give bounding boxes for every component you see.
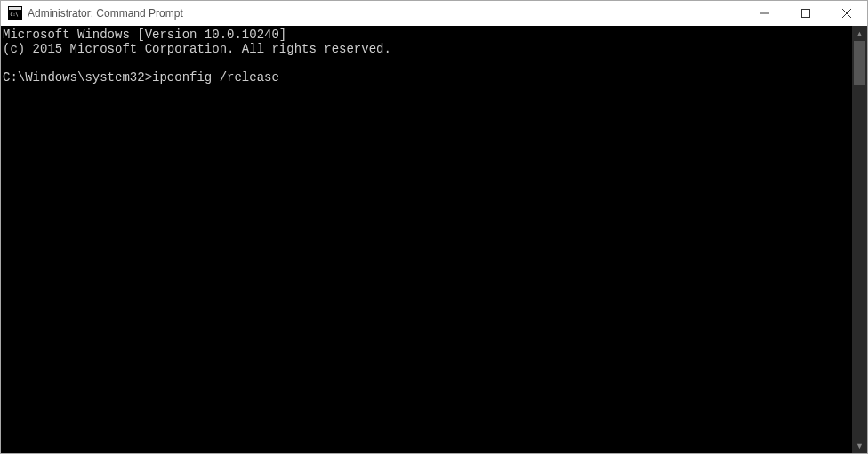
command-prompt-window: C:\ Administrator: Command Prompt Micros… [0, 0, 868, 454]
maximize-icon [801, 9, 810, 18]
terminal-output[interactable]: Microsoft Windows [Version 10.0.10240] (… [1, 26, 852, 453]
window-controls [744, 1, 867, 26]
minimize-button[interactable] [744, 1, 785, 26]
svg-text:C:\: C:\ [11, 12, 19, 17]
scroll-thumb[interactable] [854, 41, 865, 85]
window-title: Administrator: Command Prompt [28, 7, 744, 20]
terminal-command: ipconfig /release [152, 70, 279, 85]
terminal-line: (c) 2015 Microsoft Corporation. All righ… [3, 42, 391, 56]
scroll-up-arrow-icon[interactable]: ▲ [852, 26, 867, 41]
close-button[interactable] [826, 1, 867, 26]
titlebar[interactable]: C:\ Administrator: Command Prompt [1, 1, 867, 26]
terminal-line: Microsoft Windows [Version 10.0.10240] [3, 28, 286, 42]
minimize-icon [760, 9, 769, 18]
terminal-area: Microsoft Windows [Version 10.0.10240] (… [1, 26, 867, 453]
terminal-prompt: C:\Windows\system32> [3, 70, 152, 85]
scroll-track[interactable] [852, 41, 867, 438]
maximize-button[interactable] [785, 1, 826, 26]
svg-rect-1 [9, 7, 21, 10]
svg-rect-4 [802, 10, 810, 18]
close-icon [842, 9, 851, 18]
vertical-scrollbar[interactable]: ▲ ▼ [852, 26, 867, 453]
scroll-down-arrow-icon[interactable]: ▼ [852, 438, 867, 453]
cmd-icon: C:\ [8, 6, 22, 20]
